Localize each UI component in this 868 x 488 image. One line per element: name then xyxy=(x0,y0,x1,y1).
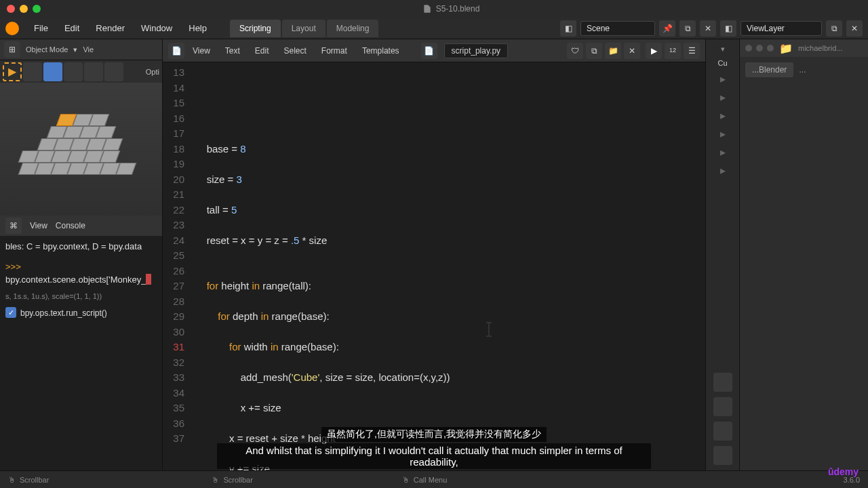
console-editor-type-icon[interactable]: ⌘ xyxy=(5,218,22,234)
line-nums-toggle[interactable]: 12 xyxy=(665,43,681,59)
console-header: ⌘ View Console xyxy=(0,216,162,236)
outliner-item-arrow-5[interactable]: ▸ xyxy=(720,146,726,159)
sidebar-toggle-icon[interactable]: ☰ xyxy=(684,43,700,59)
console-console-menu[interactable]: Console xyxy=(56,221,85,230)
main-menu-bar: File Edit Render Window Help Scripting L… xyxy=(0,18,868,39)
delete-scene-icon[interactable]: ✕ xyxy=(700,20,716,37)
shield-icon[interactable]: 🛡 xyxy=(567,43,583,59)
menu-edit[interactable]: Edit xyxy=(58,20,86,36)
text-editor-body[interactable]: 13141516 17181920 21222324 25262728 2930… xyxy=(163,62,705,470)
blender-logo-icon[interactable] xyxy=(5,22,19,35)
menu-help[interactable]: Help xyxy=(182,20,214,36)
checkbox-icon[interactable]: ✓ xyxy=(5,307,16,318)
props-tool-icon[interactable] xyxy=(713,397,732,416)
menu-render[interactable]: Render xyxy=(89,20,132,36)
outliner-item-arrow-6[interactable]: ▸ xyxy=(720,164,726,177)
status-scrollbar-1: 🖱 Scrollbar xyxy=(8,476,49,484)
viewport-view-menu[interactable]: Vie xyxy=(83,45,94,54)
more-icon[interactable]: ... xyxy=(799,65,806,75)
outliner-item-arrow-4[interactable]: ▸ xyxy=(720,127,726,140)
sw-close-icon[interactable] xyxy=(745,45,752,52)
tab-scripting[interactable]: Scripting xyxy=(230,20,281,37)
mouse-icon: 🖱 xyxy=(8,476,16,484)
code-area[interactable]: base = 8 size = 3 tall = 5 reset = x = y… xyxy=(190,62,705,470)
props-output-icon[interactable] xyxy=(713,422,732,441)
secondary-tab-blender[interactable]: ...Blender xyxy=(745,62,793,77)
script-name-field[interactable]: script_play.py xyxy=(444,43,508,58)
status-bar: 🖱 Scrollbar 🖱 Scrollbar 🖱 Call Menu 3.6.… xyxy=(0,470,868,488)
duplicate-text-icon[interactable]: ⧉ xyxy=(586,43,602,59)
subtitle-chinese: 虽然简化了,但就可读性而言,我觉得并没有简化多少 xyxy=(321,427,547,442)
delete-viewlayer-icon[interactable]: ✕ xyxy=(846,20,863,37)
menu-file[interactable]: File xyxy=(27,20,55,36)
open-text-icon[interactable]: 📁 xyxy=(605,43,621,59)
text-editor-type-icon[interactable]: 📄 xyxy=(168,43,184,59)
menu-window[interactable]: Window xyxy=(134,20,179,36)
viewport-header: ⊞ Object Mode ▾ Vie xyxy=(0,39,162,60)
viewport-tool-row: ▶ Opti xyxy=(0,60,162,83)
tab-layout[interactable]: Layout xyxy=(282,20,326,37)
run-script-button[interactable]: ▶ xyxy=(646,43,662,59)
workspace-tab-bar: Scripting Layout Modeling xyxy=(230,20,378,37)
console-output-line: bles: C = bpy.context, D = bpy.data xyxy=(5,240,157,253)
cursor-tool-icon[interactable] xyxy=(23,62,42,81)
props-render-icon[interactable] xyxy=(713,373,732,392)
props-scene-icon[interactable] xyxy=(713,446,732,465)
sw-max-icon[interactable] xyxy=(767,45,774,52)
te-edit-menu[interactable]: Edit xyxy=(248,43,276,58)
viewlayer-name-input[interactable] xyxy=(741,21,822,36)
folder-icon: 📁 xyxy=(779,42,793,55)
mouse-icon: 🖱 xyxy=(402,476,410,484)
minimize-window-button[interactable] xyxy=(20,5,28,13)
outliner-arrow-icon[interactable]: ▾ xyxy=(721,45,725,54)
te-text-menu[interactable]: Text xyxy=(218,43,247,58)
viewport-canvas[interactable] xyxy=(0,83,162,216)
console-view-menu[interactable]: View xyxy=(30,221,47,230)
outliner-item-arrow-1[interactable]: ▸ xyxy=(720,73,726,85)
te-select-menu[interactable]: Select xyxy=(277,43,313,58)
te-view-menu[interactable]: View xyxy=(186,43,217,58)
rotate-tool-icon[interactable] xyxy=(64,62,83,81)
editor-type-icon[interactable]: ⊞ xyxy=(4,41,20,58)
console-input-line: >>> bpy.context.scene.objects['Monkey_ xyxy=(5,260,157,287)
transform-tool-icon[interactable] xyxy=(104,62,123,81)
move-tool-icon[interactable] xyxy=(43,62,62,81)
maximize-window-button[interactable] xyxy=(33,5,41,13)
console-body[interactable]: bles: C = bpy.context, D = bpy.data >>> … xyxy=(0,236,162,470)
scene-browse-icon[interactable]: ◧ xyxy=(560,20,576,37)
te-format-menu[interactable]: Format xyxy=(315,43,354,58)
mac-title-bar: S5-10.blend xyxy=(0,0,868,18)
pin-icon[interactable]: 📌 xyxy=(659,20,675,37)
te-templates-menu[interactable]: Templates xyxy=(355,43,406,58)
viewlayer-browse-icon[interactable]: ◧ xyxy=(720,20,736,37)
viewport-panel: ⊞ Object Mode ▾ Vie ▶ Opti xyxy=(0,39,162,216)
status-call-menu: 🖱 Call Menu xyxy=(402,476,448,484)
window-file-name: S5-10.blend xyxy=(41,4,861,14)
sw-min-icon[interactable] xyxy=(756,45,763,52)
status-scrollbar-2: 🖱 Scrollbar xyxy=(212,476,252,484)
tab-modeling[interactable]: Modeling xyxy=(327,20,379,37)
document-icon xyxy=(422,4,432,14)
text-editor-header: 📄 View Text Edit Select Format Templates… xyxy=(163,39,705,62)
properties-tab-strip: ▾ Cu ▸ ▸ ▸ ▸ ▸ ▸ xyxy=(705,39,739,470)
scene-name-input[interactable] xyxy=(580,21,655,36)
pyramid-mesh-preview xyxy=(20,102,142,197)
unlink-text-icon[interactable]: ✕ xyxy=(624,43,640,59)
text-datablock-icon[interactable]: 📄 xyxy=(421,43,437,59)
object-mode-dropdown[interactable]: Object Mode xyxy=(26,45,68,54)
subtitle-overlay: 虽然简化了,但就可读性而言,我觉得并没有简化多少 And whilst that… xyxy=(217,427,651,469)
subtitle-english: And whilst that is simplifying it I woul… xyxy=(217,443,651,469)
secondary-window-header: 📁 michaelbrid... xyxy=(740,39,868,57)
console-output-line-2: s, 1s.s, 1u.s), scale=(1, 1, 1)) xyxy=(5,291,157,302)
scale-tool-icon[interactable] xyxy=(84,62,103,81)
close-window-button[interactable] xyxy=(7,5,15,13)
select-box-tool-icon[interactable]: ▶ xyxy=(3,62,22,81)
add-viewlayer-icon[interactable]: ⧉ xyxy=(826,20,842,37)
text-editor-panel: 📄 View Text Edit Select Format Templates… xyxy=(163,39,705,470)
scene-strip: ◧ 📌 ⧉ ✕ ◧ ⧉ ✕ xyxy=(560,20,863,37)
outliner-item-arrow-3[interactable]: ▸ xyxy=(720,109,726,122)
secondary-window-title: michaelbrid... xyxy=(798,44,842,52)
outliner-item-arrow-2[interactable]: ▸ xyxy=(720,91,726,104)
left-column: ⊞ Object Mode ▾ Vie ▶ Opti xyxy=(0,39,163,470)
copy-scene-icon[interactable]: ⧉ xyxy=(679,20,696,37)
